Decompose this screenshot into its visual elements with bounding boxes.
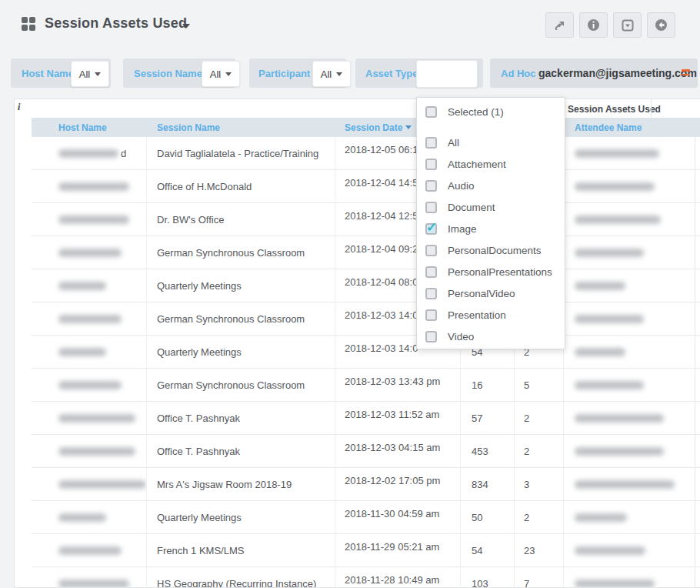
dropdown-item-presentation[interactable]: Presentation xyxy=(417,304,565,326)
row-edge-cell xyxy=(695,302,700,335)
checkbox-icon[interactable] xyxy=(425,266,437,278)
table-row[interactable]: Quarterly Meetings2018-12-03 14:0542 xyxy=(32,336,700,369)
table-row[interactable]: German Synchronous Classroom2018-12-04 0… xyxy=(32,236,700,269)
dropdown-item-label: Presentation xyxy=(448,309,506,321)
row-edge-cell xyxy=(695,369,700,401)
info-button[interactable] xyxy=(579,12,608,38)
session-name-cell: Office T. Pashnyak xyxy=(147,435,335,467)
dropdown-item-audio[interactable]: Audio xyxy=(417,175,565,196)
session-date-cell: 2018-11-28 10:49 am xyxy=(335,567,461,588)
redacted-host-name xyxy=(58,513,106,522)
checkbox-icon[interactable] xyxy=(425,159,437,170)
dropdown-item-image[interactable]: Image xyxy=(417,218,565,239)
assets-used-cell: 57 xyxy=(461,402,515,434)
filter-host-name-select[interactable]: All xyxy=(71,61,109,87)
grid-menu-icon[interactable] xyxy=(22,17,35,31)
host-name-cell xyxy=(32,236,147,269)
redacted-attendee-name xyxy=(575,546,645,555)
top-header: Session Assets Used xyxy=(0,0,700,49)
table-row[interactable]: German Synchronous Classroom2018-12-03 1… xyxy=(32,369,700,402)
back-button[interactable] xyxy=(647,12,675,38)
dropdown-item-label: Video xyxy=(448,331,474,342)
ad-hoc-menu-icon[interactable] xyxy=(682,69,690,75)
filter-session-name-select[interactable]: All xyxy=(202,61,240,87)
row-edge-cell xyxy=(695,137,700,169)
table-row[interactable]: French 1 KMS/LMS2018-11-29 05:21 am5423 xyxy=(32,534,700,567)
session-name-cell: Office of H.McDonald xyxy=(147,170,335,202)
session-date-cell: 2018-11-30 04:59 am xyxy=(335,501,461,533)
host-name-cell xyxy=(32,402,147,434)
row-edge-cell xyxy=(695,402,700,434)
asset-type-input[interactable] xyxy=(416,60,478,88)
checkbox-icon[interactable] xyxy=(425,288,437,299)
table-row[interactable]: Office T. Pashnyak2018-12-03 11:52 am572 xyxy=(32,402,700,435)
redacted-host-name xyxy=(58,215,129,224)
host-name-cell xyxy=(32,435,147,467)
redacted-attendee-name xyxy=(575,513,627,522)
dropdown-item-attachement[interactable]: Attachement xyxy=(417,153,565,175)
dropdown-item-label: PersonalPresentations xyxy=(448,266,552,278)
checkbox-icon[interactable] xyxy=(425,309,437,321)
dropdown-item-video[interactable]: Video xyxy=(417,326,565,347)
column-header-attendee-name[interactable]: Attendee Name xyxy=(564,122,695,133)
table-row[interactable]: Quarterly Meetings2018-11-30 04:59 am502 xyxy=(32,501,700,534)
attendee-count-cell: 2 xyxy=(515,402,564,434)
session-date-cell: 2018-12-02 17:05 pm xyxy=(335,468,461,500)
redacted-attendee-name xyxy=(575,249,644,257)
filter-session-name: Session Name All xyxy=(123,58,235,88)
session-name-cell: Quarterly Meetings xyxy=(147,336,335,368)
dropdown-item-personalvideo[interactable]: PersonalVideo xyxy=(417,282,565,304)
dropdown-item-personaldocuments[interactable]: PersonalDocuments xyxy=(417,239,565,261)
table-row[interactable]: dDavid Taglialatela - Practice/Training2… xyxy=(32,137,700,170)
host-name-cell xyxy=(32,534,147,566)
dropdown-item-selected-1-[interactable]: Selected (1) xyxy=(417,101,565,122)
table-row[interactable]: Mrs A's Jigsaw Room 2018-192018-12-02 17… xyxy=(32,468,700,501)
filter-participant-select[interactable]: All xyxy=(312,61,351,87)
row-edge-cell xyxy=(695,567,700,588)
filter-asset-type-label: Asset Type xyxy=(365,68,418,79)
column-header-host-name[interactable]: Host Name xyxy=(32,122,147,133)
export-button[interactable] xyxy=(545,12,574,38)
session-date-cell: 2018-12-03 04:15 am xyxy=(335,435,461,467)
checkbox-icon[interactable] xyxy=(425,245,437,256)
session-name-cell: German Synchronous Classroom xyxy=(147,236,335,269)
checkbox-checked-icon[interactable] xyxy=(425,223,437,235)
filter-session-name-label: Session Name xyxy=(134,68,202,79)
report-table-panel: i Session Assets Used Host Name Session … xyxy=(14,99,700,588)
filter-ad-hoc: Ad Hoc gackerman@jigsameeting.com xyxy=(490,58,698,88)
table-row[interactable]: Dr. BW's Office2018-12-04 12:5 xyxy=(32,203,700,236)
table-row[interactable]: Quarterly Meetings2018-12-04 08:0 xyxy=(32,269,700,302)
title-dropdown-caret-icon[interactable] xyxy=(182,24,190,28)
archive-button[interactable] xyxy=(613,12,642,38)
session-name-cell: Quarterly Meetings xyxy=(147,501,335,533)
dropdown-item-personalpresentations[interactable]: PersonalPresentations xyxy=(417,261,565,282)
assets-used-cell: 834 xyxy=(461,468,515,500)
table-row[interactable]: Office of H.McDonald2018-12-04 14:5 xyxy=(32,170,700,203)
host-name-cell xyxy=(32,567,147,588)
dropdown-item-label: PersonalVideo xyxy=(448,288,515,299)
attendee-name-cell xyxy=(564,336,695,368)
checkbox-icon[interactable] xyxy=(425,106,437,118)
checkbox-icon[interactable] xyxy=(425,180,437,192)
attendee-count-cell: 3 xyxy=(515,468,564,500)
checkbox-icon[interactable] xyxy=(425,331,437,342)
table-row[interactable]: HS Geography (Recurring Instance)2018-11… xyxy=(32,567,700,588)
table-row[interactable]: German Synchronous Classroom2018-12-03 1… xyxy=(32,302,700,336)
archive-box-icon xyxy=(622,19,634,32)
table-row[interactable]: Office T. Pashnyak2018-12-03 04:15 am453… xyxy=(32,435,700,468)
redacted-host-name xyxy=(58,182,129,191)
dropdown-item-all[interactable]: All xyxy=(417,132,565,153)
redacted-host-name xyxy=(58,480,146,489)
attendee-name-cell xyxy=(564,137,695,169)
dropdown-item-document[interactable]: Document xyxy=(417,196,565,218)
column-header-session-name[interactable]: Session Name xyxy=(147,122,335,133)
redacted-attendee-name xyxy=(575,381,644,389)
checkbox-icon[interactable] xyxy=(425,202,437,213)
assets-used-cell: 16 xyxy=(461,369,515,401)
redacted-attendee-name xyxy=(575,580,655,588)
checkbox-icon[interactable] xyxy=(425,137,437,149)
session-name-cell: Quarterly Meetings xyxy=(147,269,335,302)
redacted-attendee-name xyxy=(575,480,675,489)
attendee-name-cell xyxy=(564,302,695,335)
redacted-host-name xyxy=(58,149,118,158)
